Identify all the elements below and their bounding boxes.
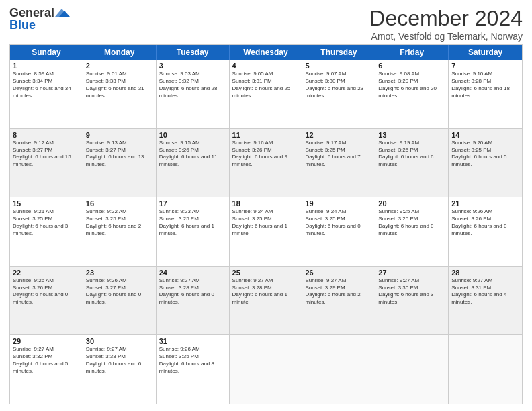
week-row-2: 8Sunrise: 9:12 AMSunset: 3:27 PMDaylight…	[10, 129, 522, 198]
day-number: 13	[378, 131, 445, 139]
cell-info: Sunrise: 9:20 AMSunset: 3:25 PMDaylight:…	[451, 140, 519, 169]
cell-info: Sunrise: 9:27 AMSunset: 3:30 PMDaylight:…	[378, 277, 445, 306]
day-number: 22	[13, 269, 80, 277]
cell-info: Sunrise: 9:26 AMSunset: 3:27 PMDaylight:…	[86, 277, 153, 306]
logo-icon	[55, 7, 70, 18]
day-number: 21	[451, 199, 519, 208]
day-number: 1	[13, 62, 80, 70]
day-number: 16	[86, 199, 153, 208]
header-day-wednesday: Wednesday	[230, 45, 303, 60]
day-number: 4	[232, 62, 300, 70]
cell-info: Sunrise: 9:16 AMSunset: 3:26 PMDaylight:…	[232, 140, 300, 169]
cell-info: Sunrise: 9:15 AMSunset: 3:26 PMDaylight:…	[159, 140, 226, 169]
cell-info: Sunrise: 9:23 AMSunset: 3:25 PMDaylight:…	[159, 208, 226, 237]
cell-info: Sunrise: 9:21 AMSunset: 3:25 PMDaylight:…	[13, 208, 80, 237]
day-number: 30	[86, 337, 153, 345]
cell-info: Sunrise: 8:59 AMSunset: 3:34 PMDaylight:…	[13, 71, 80, 99]
cell-info: Sunrise: 9:05 AMSunset: 3:31 PMDaylight:…	[232, 71, 300, 99]
calendar-body: 1Sunrise: 8:59 AMSunset: 3:34 PMDaylight…	[10, 60, 522, 404]
cell-info: Sunrise: 9:27 AMSunset: 3:33 PMDaylight:…	[86, 346, 153, 375]
day-cell-19: 19Sunrise: 9:24 AMSunset: 3:25 PMDayligh…	[302, 197, 375, 266]
day-cell-10: 10Sunrise: 9:15 AMSunset: 3:26 PMDayligh…	[157, 129, 230, 197]
day-cell-4: 4Sunrise: 9:05 AMSunset: 3:31 PMDaylight…	[230, 60, 303, 128]
day-cell-30: 30Sunrise: 9:27 AMSunset: 3:33 PMDayligh…	[83, 335, 157, 404]
cell-info: Sunrise: 9:08 AMSunset: 3:29 PMDaylight:…	[378, 71, 445, 99]
day-cell-3: 3Sunrise: 9:03 AMSunset: 3:32 PMDaylight…	[157, 60, 230, 128]
day-cell-14: 14Sunrise: 9:20 AMSunset: 3:25 PMDayligh…	[449, 129, 522, 197]
day-cell-16: 16Sunrise: 9:22 AMSunset: 3:25 PMDayligh…	[83, 197, 157, 266]
day-cell-20: 20Sunrise: 9:25 AMSunset: 3:25 PMDayligh…	[375, 197, 449, 266]
cell-info: Sunrise: 9:27 AMSunset: 3:29 PMDaylight:…	[305, 277, 372, 306]
day-cell-7: 7Sunrise: 9:10 AMSunset: 3:28 PMDaylight…	[449, 60, 522, 128]
header-day-friday: Friday	[375, 45, 449, 60]
empty-cell	[449, 335, 522, 404]
day-number: 10	[159, 131, 226, 139]
week-row-5: 29Sunrise: 9:27 AMSunset: 3:32 PMDayligh…	[10, 335, 522, 404]
cell-info: Sunrise: 9:24 AMSunset: 3:25 PMDaylight:…	[305, 208, 372, 237]
week-row-4: 22Sunrise: 9:26 AMSunset: 3:26 PMDayligh…	[10, 267, 522, 336]
day-cell-31: 31Sunrise: 9:26 AMSunset: 3:35 PMDayligh…	[157, 335, 230, 404]
cell-info: Sunrise: 9:26 AMSunset: 3:26 PMDaylight:…	[451, 208, 519, 237]
day-number: 27	[378, 269, 445, 277]
empty-cell	[302, 335, 375, 404]
day-number: 26	[305, 269, 372, 277]
subtitle: Amot, Vestfold og Telemark, Norway	[369, 31, 523, 42]
day-cell-25: 25Sunrise: 9:27 AMSunset: 3:28 PMDayligh…	[230, 267, 303, 335]
day-number: 29	[13, 337, 80, 345]
main-title: December 2024	[369, 7, 523, 30]
cell-info: Sunrise: 9:19 AMSunset: 3:25 PMDaylight:…	[378, 140, 445, 169]
day-number: 18	[232, 199, 300, 208]
page: General Blue December 2024 Amot, Vestfol…	[0, 0, 532, 411]
cell-info: Sunrise: 9:27 AMSunset: 3:28 PMDaylight:…	[159, 277, 226, 306]
day-number: 7	[451, 62, 519, 70]
day-cell-17: 17Sunrise: 9:23 AMSunset: 3:25 PMDayligh…	[157, 197, 230, 266]
day-cell-22: 22Sunrise: 9:26 AMSunset: 3:26 PMDayligh…	[10, 267, 83, 335]
week-row-3: 15Sunrise: 9:21 AMSunset: 3:25 PMDayligh…	[10, 197, 522, 267]
day-number: 8	[13, 131, 80, 139]
cell-info: Sunrise: 9:10 AMSunset: 3:28 PMDaylight:…	[451, 71, 519, 99]
day-number: 11	[232, 131, 300, 139]
header-day-thursday: Thursday	[302, 45, 375, 60]
logo-blue-text: Blue	[9, 19, 36, 32]
day-cell-2: 2Sunrise: 9:01 AMSunset: 3:33 PMDaylight…	[83, 60, 157, 128]
day-cell-23: 23Sunrise: 9:26 AMSunset: 3:27 PMDayligh…	[83, 267, 157, 335]
day-number: 19	[305, 199, 372, 208]
header-day-monday: Monday	[83, 45, 157, 60]
cell-info: Sunrise: 9:22 AMSunset: 3:25 PMDaylight:…	[86, 208, 153, 237]
day-cell-8: 8Sunrise: 9:12 AMSunset: 3:27 PMDaylight…	[10, 129, 83, 197]
day-cell-26: 26Sunrise: 9:27 AMSunset: 3:29 PMDayligh…	[302, 267, 375, 335]
day-number: 25	[232, 269, 300, 277]
day-number: 20	[378, 199, 445, 208]
day-cell-6: 6Sunrise: 9:08 AMSunset: 3:29 PMDaylight…	[375, 60, 449, 128]
day-cell-9: 9Sunrise: 9:13 AMSunset: 3:27 PMDaylight…	[83, 129, 157, 197]
cell-info: Sunrise: 9:03 AMSunset: 3:32 PMDaylight:…	[159, 71, 226, 99]
cell-info: Sunrise: 9:27 AMSunset: 3:28 PMDaylight:…	[232, 277, 300, 306]
day-number: 31	[159, 337, 226, 345]
day-number: 2	[86, 62, 153, 70]
day-number: 12	[305, 131, 372, 139]
cell-info: Sunrise: 9:25 AMSunset: 3:25 PMDaylight:…	[378, 208, 445, 237]
title-block: December 2024 Amot, Vestfold og Telemark…	[369, 7, 523, 42]
week-row-1: 1Sunrise: 8:59 AMSunset: 3:34 PMDaylight…	[10, 60, 522, 129]
day-cell-11: 11Sunrise: 9:16 AMSunset: 3:26 PMDayligh…	[230, 129, 303, 197]
day-number: 9	[86, 131, 153, 139]
cell-info: Sunrise: 9:17 AMSunset: 3:25 PMDaylight:…	[305, 140, 372, 169]
day-cell-1: 1Sunrise: 8:59 AMSunset: 3:34 PMDaylight…	[10, 60, 83, 128]
header: General Blue December 2024 Amot, Vestfol…	[9, 7, 523, 42]
header-day-saturday: Saturday	[449, 45, 522, 60]
day-number: 5	[305, 62, 372, 70]
day-number: 23	[86, 269, 153, 277]
header-day-sunday: Sunday	[10, 45, 83, 60]
day-number: 28	[451, 269, 519, 277]
day-cell-12: 12Sunrise: 9:17 AMSunset: 3:25 PMDayligh…	[302, 129, 375, 197]
day-number: 6	[378, 62, 445, 70]
cell-info: Sunrise: 9:27 AMSunset: 3:32 PMDaylight:…	[13, 346, 80, 375]
empty-cell	[230, 335, 303, 404]
calendar: SundayMondayTuesdayWednesdayThursdayFrid…	[9, 44, 523, 404]
cell-info: Sunrise: 9:24 AMSunset: 3:25 PMDaylight:…	[232, 208, 300, 237]
cell-info: Sunrise: 9:27 AMSunset: 3:31 PMDaylight:…	[451, 277, 519, 306]
day-cell-15: 15Sunrise: 9:21 AMSunset: 3:25 PMDayligh…	[10, 197, 83, 266]
cell-info: Sunrise: 9:26 AMSunset: 3:35 PMDaylight:…	[159, 346, 226, 375]
day-cell-5: 5Sunrise: 9:07 AMSunset: 3:30 PMDaylight…	[302, 60, 375, 128]
day-number: 3	[159, 62, 226, 70]
